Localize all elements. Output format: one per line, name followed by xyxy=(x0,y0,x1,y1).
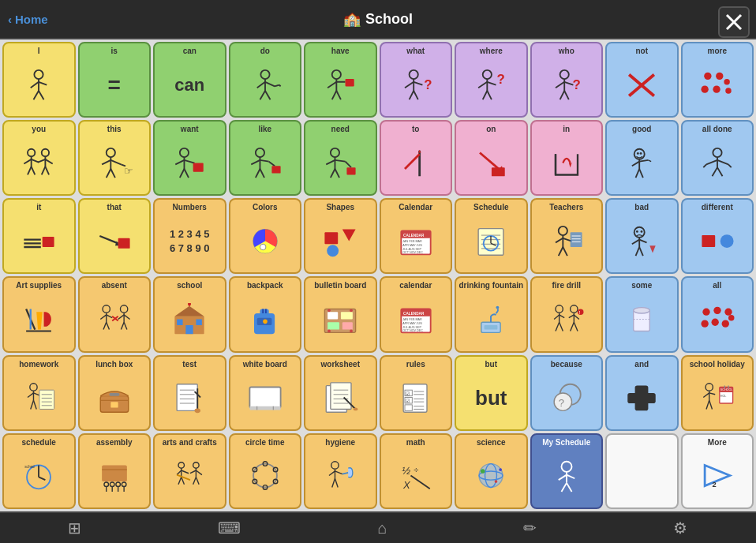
cell-label: have xyxy=(331,47,350,55)
cell-fire-drill[interactable]: fire drill ! xyxy=(530,276,604,352)
cell-school-holiday[interactable]: school holiday SCHOOL HOL xyxy=(681,355,754,431)
home-button[interactable]: ‹ Home xyxy=(8,13,48,26)
cell-white-board[interactable]: white board xyxy=(229,355,302,431)
cell-label: what xyxy=(406,47,425,55)
cell-label: backpack xyxy=(247,281,283,290)
cell-icon xyxy=(307,133,374,193)
keyboard-icon[interactable]: ⌨ xyxy=(205,515,253,541)
cell-this[interactable]: this ☞ xyxy=(78,120,152,196)
cell-label: Schedule xyxy=(473,203,508,212)
cell-where[interactable]: where ? xyxy=(455,42,528,118)
cell-backpack[interactable]: backpack xyxy=(229,276,302,352)
cell-that[interactable]: that xyxy=(78,198,152,274)
cell-on[interactable]: on xyxy=(455,120,528,196)
cell-more[interactable]: More 2 xyxy=(681,433,754,509)
cell-bulletin-board[interactable]: bulletin board xyxy=(304,276,377,352)
svg-line-124 xyxy=(99,236,118,243)
cell-shapes[interactable]: Shapes xyxy=(304,198,377,274)
page-title: 🏫 School xyxy=(343,10,413,28)
cell-calendar[interactable]: Calendar CALENDAR JAN FEB MAR APR MAY JU… xyxy=(380,198,453,274)
svg-point-2 xyxy=(35,69,43,78)
cell-school[interactable]: school xyxy=(153,276,226,352)
cell-assembly[interactable]: assembly xyxy=(78,433,152,509)
pencil-icon[interactable]: ✏ xyxy=(511,515,549,541)
cell-science[interactable]: science xyxy=(455,433,528,509)
cell-teachers[interactable]: Teachers xyxy=(530,198,604,274)
svg-point-223 xyxy=(570,305,577,313)
cell-to[interactable]: to xyxy=(380,120,453,196)
cell-icon xyxy=(81,447,148,506)
close-button[interactable] xyxy=(718,6,750,38)
cell-label: math xyxy=(406,438,425,447)
cell-schedule2[interactable]: schedule sched xyxy=(2,433,76,509)
cell-can[interactable]: can can xyxy=(153,42,226,118)
svg-point-350 xyxy=(479,464,503,488)
cell-in[interactable]: in xyxy=(530,120,604,196)
cell-schedule[interactable]: Schedule xyxy=(455,198,528,274)
svg-text:☞: ☞ xyxy=(124,165,133,177)
svg-line-62 xyxy=(42,167,46,174)
cell-have[interactable]: have xyxy=(304,42,377,118)
cell-colors[interactable]: Colors xyxy=(229,198,302,274)
cell-hygiene[interactable]: hygiene xyxy=(304,433,377,509)
svg-marker-186 xyxy=(175,306,204,316)
cell-drinking-fountain[interactable]: drinking fountain xyxy=(455,276,528,352)
cell-label: some xyxy=(631,281,652,290)
cell-more[interactable]: more xyxy=(681,42,754,118)
cell-you[interactable]: you xyxy=(2,120,76,196)
cell-icon xyxy=(232,290,299,349)
cell-test[interactable]: test xyxy=(153,355,226,431)
svg-point-313 xyxy=(116,482,121,487)
cell-calendar2[interactable]: calendar CALENDAR JAN FEB MAR APR MAY JU… xyxy=(380,276,453,352)
cell-what[interactable]: what ? xyxy=(380,42,453,118)
cell-circle-time[interactable]: circle time xyxy=(229,433,302,509)
cell-lunch-box[interactable]: lunch box xyxy=(78,355,152,431)
cell-it[interactable]: it xyxy=(2,198,76,274)
svg-point-275 xyxy=(354,408,358,411)
cell-all-done[interactable]: all done xyxy=(681,120,754,196)
svg-point-58 xyxy=(42,149,49,156)
svg-point-232 xyxy=(634,308,650,313)
svg-marker-130 xyxy=(342,229,356,241)
cell-rules[interactable]: rules ☑ ☑ xyxy=(380,355,453,431)
cell-do[interactable]: do xyxy=(229,42,302,118)
svg-line-28 xyxy=(414,91,418,99)
cell-icon xyxy=(608,369,676,428)
cell-label: bad xyxy=(634,203,649,212)
cell-need[interactable]: need xyxy=(304,120,377,196)
settings-icon[interactable]: ⚙ xyxy=(661,515,700,541)
cell-art-supplies[interactable]: Art supplies xyxy=(2,276,76,352)
cell-math[interactable]: math ½ ÷ X xyxy=(380,433,453,509)
svg-line-63 xyxy=(46,167,50,174)
cell-like[interactable]: like xyxy=(229,120,302,196)
cell-numbers[interactable]: Numbers 1 2 3 4 56 7 8 9 0 xyxy=(153,198,226,274)
grid-icon[interactable]: ⊞ xyxy=(55,515,94,541)
cell-because[interactable]: because ? xyxy=(530,355,604,431)
cell-arts-crafts[interactable]: arts and crafts xyxy=(153,433,226,509)
cell-not[interactable]: not xyxy=(605,42,679,118)
svg-line-245 xyxy=(31,401,34,410)
svg-line-228 xyxy=(574,322,578,331)
cell-all[interactable]: all xyxy=(681,276,754,352)
cell-icon xyxy=(458,290,525,349)
cell-homework[interactable]: homework xyxy=(2,355,76,431)
home-icon[interactable]: ⌂ xyxy=(365,516,399,541)
cell-want[interactable]: want xyxy=(153,120,226,196)
cell-different[interactable]: different xyxy=(681,198,754,274)
cell-but[interactable]: but but xyxy=(455,355,528,431)
cell-good[interactable]: good xyxy=(605,120,679,196)
cell-some[interactable]: some xyxy=(605,276,679,352)
cell-bad[interactable]: bad xyxy=(605,198,679,274)
svg-rect-189 xyxy=(196,320,202,325)
cell-and[interactable]: and xyxy=(605,355,679,431)
cell-who[interactable]: who ? xyxy=(530,42,604,118)
cell-label: it xyxy=(36,203,41,212)
svg-line-14 xyxy=(260,91,265,99)
cell-I[interactable]: I xyxy=(2,42,76,118)
cell-is[interactable]: is = xyxy=(78,42,152,118)
svg-text:?: ? xyxy=(572,77,580,92)
cell-absent[interactable]: absent xyxy=(78,276,152,352)
cell-worksheet[interactable]: worksheet xyxy=(304,355,377,431)
cell-my-schedule[interactable]: My Schedule xyxy=(530,433,604,509)
svg-line-111 xyxy=(639,169,643,178)
